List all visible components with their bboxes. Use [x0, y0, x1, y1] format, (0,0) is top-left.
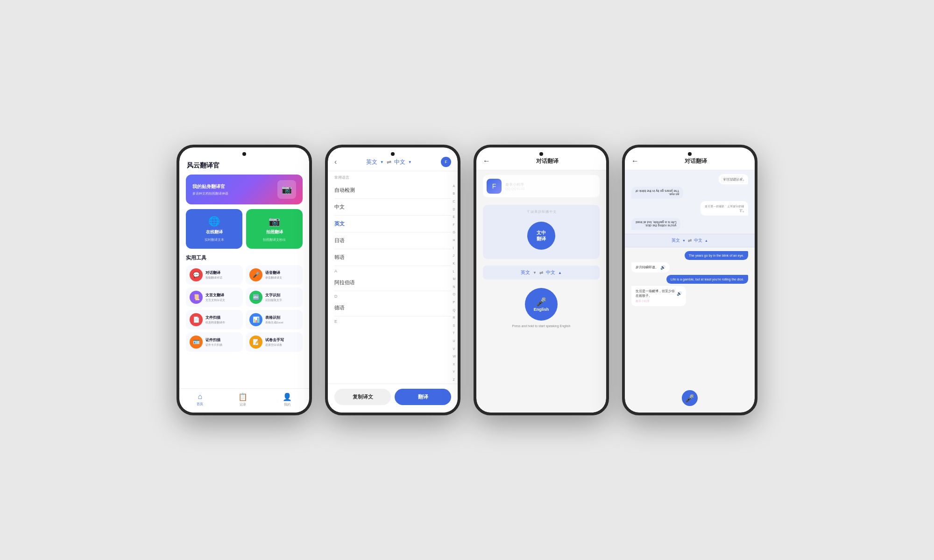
- watermark-icon-3: F: [487, 179, 502, 194]
- mic-button-4[interactable]: 🎤: [682, 390, 698, 406]
- lang-japanese[interactable]: 日语: [334, 232, 451, 249]
- lang-bar-3: 英文 ▼ ⇌ 中文 ▲: [483, 266, 600, 280]
- lower-section-3: 🎤 English Press and hold to start speaki…: [476, 283, 606, 332]
- tool-id-text: 证件扫描 证件卡片扫描: [205, 337, 222, 347]
- nav-history-label: 记录: [240, 402, 246, 407]
- nav-history[interactable]: 📋 记录: [238, 392, 248, 407]
- lang-korean[interactable]: 韩语: [334, 249, 451, 266]
- lang-list-inner: 自动检测 中文 英文 日语 韩语: [328, 182, 458, 266]
- tool-paper[interactable]: 📝 试卷去手写 还原空白试卷: [246, 332, 303, 352]
- lang4-from-arrow: ▼: [682, 239, 686, 242]
- lang-from: 英文: [366, 158, 377, 166]
- tool-voice-icon: 🎤: [249, 268, 262, 281]
- phone-4-screen: ← 对话翻译 you're rolling the dice.Life is a…: [625, 147, 755, 413]
- back-button-4[interactable]: ←: [631, 157, 639, 165]
- phone-2: ‹ 英文 ▼ ⇌ 中文 ▼ F 常用语言 自动检测 中文 英文: [325, 145, 460, 415]
- camera-dot-2: [391, 152, 395, 156]
- tool-classical-icon: 📜: [190, 291, 203, 304]
- lang-english[interactable]: 英文: [334, 216, 451, 232]
- group-a-list: 阿拉伯语: [328, 274, 458, 291]
- mic-circle-top[interactable]: 文中翻译: [527, 222, 555, 250]
- tool-table[interactable]: 📊 表格识别 表格生成Excel: [246, 310, 303, 329]
- tool-scan[interactable]: 📄 文件扫描 纸质档变翻译件: [186, 310, 243, 329]
- english-mic-button[interactable]: 🎤 English: [525, 288, 558, 321]
- phone-4: ← 对话翻译 you're rolling the dice.Life is a…: [622, 145, 757, 415]
- lower-chat-area: The years go by in the blink of an eye. …: [625, 247, 755, 387]
- group-d-list: 德语: [328, 300, 458, 316]
- lang-selector: 英文 ▼ ⇌ 中文 ▼: [341, 158, 436, 166]
- swap-3[interactable]: ⇌: [539, 270, 543, 275]
- group-d-label: D: [328, 291, 458, 300]
- translate-btn[interactable]: 翻译: [395, 389, 451, 405]
- copy-btn[interactable]: 复制译文: [334, 389, 391, 405]
- banner-sub: 多语种文档拍照翻译神器: [192, 191, 228, 196]
- watermark-4: 趣享小程序: [636, 299, 682, 303]
- upper-section: 文中翻译结果如下 文中翻译: [483, 205, 600, 259]
- banner-text: 我的贴身翻译官 多语种文档拍照翻译神器: [192, 183, 228, 196]
- lang-bar-to-3: 中文: [546, 269, 555, 276]
- tool-scan-text: 文件扫描 纸质档变翻译件: [205, 315, 225, 325]
- group-e-label: E: [328, 316, 458, 325]
- watermark-text-3: 趣享小程序 QQ.QQYLSS: [505, 182, 525, 190]
- lang-german[interactable]: 德语: [334, 300, 451, 316]
- phone-3-header: ← 对话翻译: [476, 147, 606, 170]
- nav-profile-label: 我的: [284, 402, 290, 407]
- back-button-2[interactable]: ‹: [334, 158, 337, 166]
- tool-voice-text: 语音翻译 录音翻译译文: [265, 270, 282, 280]
- phone-3-inner: ← 对话翻译 F 趣享小程序 QQ.QQYLSS 文中翻译结果如下 文中翻译 英…: [476, 147, 606, 413]
- camera-dot-4: [688, 152, 692, 156]
- lang-to-arrow: ▼: [408, 160, 412, 164]
- speaker-icon-2[interactable]: 🔊: [677, 291, 682, 296]
- gamble-text: 生活是一场赌博，但至少你在摇骰子。: [636, 289, 675, 298]
- lang-arabic[interactable]: 阿拉伯语: [334, 274, 451, 291]
- back-button-3[interactable]: ←: [483, 157, 490, 165]
- phone-2-screen: ‹ 英文 ▼ ⇌ 中文 ▼ F 常用语言 自动检测 中文 英文: [328, 147, 458, 413]
- history-icon: 📋: [238, 392, 248, 401]
- camera-dot-3: [539, 152, 543, 156]
- tool-ocr[interactable]: 🔤 文字识别 识别提取文字: [246, 287, 303, 307]
- lang4-swap[interactable]: ⇌: [688, 238, 692, 243]
- lang-chinese[interactable]: 中文: [334, 199, 451, 216]
- tool-dialog-text: 对话翻译 智能翻译对话: [205, 270, 222, 280]
- tool-paper-icon: 📝: [249, 336, 262, 349]
- common-label: 常用语言: [328, 171, 458, 182]
- nav-profile[interactable]: 👤 我的: [283, 392, 292, 407]
- app-title: 风云翻译官: [187, 161, 303, 170]
- photo-translate-button[interactable]: 📷 拍照翻译 拍照翻译文秒出: [246, 209, 303, 249]
- bottom-actions-2: 复制译文 翻译: [328, 384, 458, 413]
- tool-ocr-text: 文字识别 识别提取文字: [265, 293, 282, 302]
- phone-2-header: ‹ 英文 ▼ ⇌ 中文 ▼ F: [328, 147, 458, 171]
- main-buttons: 🌐 在线翻译 实时翻译文本 📷 拍照翻译 拍照翻译文秒出: [186, 209, 303, 249]
- mirrored-label: 文中翻译结果如下: [526, 210, 556, 214]
- phone-1: 风云翻译官 我的贴身翻译官 多语种文档拍照翻译神器 📷 🌐 在线翻译 实时翻译文…: [177, 145, 312, 415]
- swap-icon[interactable]: ⇌: [387, 159, 391, 165]
- tool-id[interactable]: 🪪 证件扫描 证件卡片扫描: [186, 332, 243, 352]
- phones-container: 风云翻译官 我的贴身翻译官 多语种文档拍照翻译神器 📷 🌐 在线翻译 实时翻译文…: [158, 117, 776, 443]
- tool-classical[interactable]: 📜 文言文翻译 文言文转白话文: [186, 287, 243, 307]
- lang4-to-arrow: ▲: [705, 239, 708, 242]
- tool-paper-text: 试卷去手写 还原空白试卷: [265, 337, 284, 347]
- bubble-r-bottom-1: The years go by in the blink of an eye.: [685, 251, 748, 260]
- speaker-icon-1[interactable]: 🔊: [660, 265, 665, 270]
- phone-1-screen: 风云翻译官 我的贴身翻译官 多语种文档拍照翻译神器 📷 🌐 在线翻译 实时翻译文…: [179, 147, 309, 413]
- lang-from-arrow: ▼: [380, 160, 384, 164]
- group-a-label: A: [328, 266, 458, 274]
- tool-table-text: 表格识别 表格生成Excel: [265, 315, 283, 325]
- tools-grid: 💬 对话翻译 智能翻译对话 🎤 语音翻译 录音翻译译文: [186, 265, 303, 352]
- tool-voice[interactable]: 🎤 语音翻译 录音翻译译文: [246, 265, 303, 285]
- bubble-r-bottom-2: Life is a gamble, but at least you're ro…: [666, 275, 748, 284]
- tool-scan-icon: 📄: [190, 313, 203, 326]
- lang-auto[interactable]: 自动检测: [334, 182, 451, 199]
- bubble-r-2: an eye.The years go by in the blink of: [631, 187, 683, 199]
- nav-home-label: 首页: [197, 402, 203, 406]
- mic-bottom-area: 🎤: [625, 387, 755, 413]
- online-translate-button[interactable]: 🌐 在线翻译 实时翻译文本: [186, 209, 242, 249]
- tool-table-icon: 📊: [249, 313, 262, 326]
- yrs-text: 岁月转瞬即逝。: [636, 265, 658, 270]
- nav-home[interactable]: ⌂ 首页: [197, 392, 203, 407]
- phone-2-inner: ‹ 英文 ▼ ⇌ 中文 ▼ F 常用语言 自动检测 中文 英文: [328, 147, 458, 413]
- camera-dot-1: [242, 152, 246, 156]
- tool-dialog[interactable]: 💬 对话翻译 智能翻译对话: [186, 265, 243, 285]
- bubble-l-bottom-2: 生活是一场赌博，但至少你在摇骰子。 🔊 趣享小程序: [631, 286, 686, 306]
- profile-icon: 👤: [283, 392, 292, 401]
